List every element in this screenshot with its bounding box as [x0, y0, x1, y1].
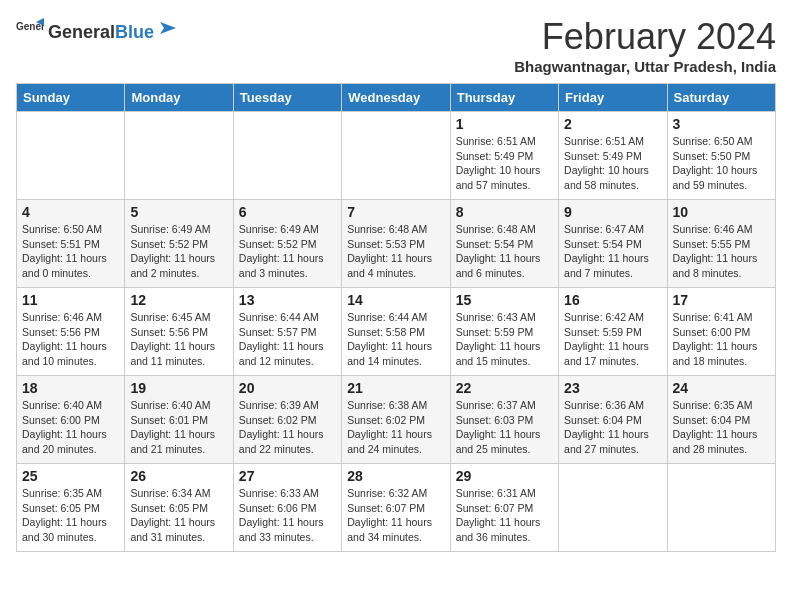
logo-blue: Blue: [115, 22, 154, 43]
empty-cell: [342, 112, 450, 200]
day-info: Sunrise: 6:48 AM Sunset: 5:54 PM Dayligh…: [456, 222, 553, 281]
day-cell-5: 5Sunrise: 6:49 AM Sunset: 5:52 PM Daylig…: [125, 200, 233, 288]
day-info: Sunrise: 6:44 AM Sunset: 5:57 PM Dayligh…: [239, 310, 336, 369]
day-info: Sunrise: 6:34 AM Sunset: 6:05 PM Dayligh…: [130, 486, 227, 545]
calendar-table: SundayMondayTuesdayWednesdayThursdayFrid…: [16, 83, 776, 552]
day-info: Sunrise: 6:47 AM Sunset: 5:54 PM Dayligh…: [564, 222, 661, 281]
day-number: 26: [130, 468, 227, 484]
day-number: 5: [130, 204, 227, 220]
day-info: Sunrise: 6:40 AM Sunset: 6:01 PM Dayligh…: [130, 398, 227, 457]
day-info: Sunrise: 6:49 AM Sunset: 5:52 PM Dayligh…: [130, 222, 227, 281]
day-cell-20: 20Sunrise: 6:39 AM Sunset: 6:02 PM Dayli…: [233, 376, 341, 464]
week-row-4: 18Sunrise: 6:40 AM Sunset: 6:00 PM Dayli…: [17, 376, 776, 464]
day-number: 10: [673, 204, 770, 220]
day-cell-18: 18Sunrise: 6:40 AM Sunset: 6:00 PM Dayli…: [17, 376, 125, 464]
day-cell-7: 7Sunrise: 6:48 AM Sunset: 5:53 PM Daylig…: [342, 200, 450, 288]
day-info: Sunrise: 6:43 AM Sunset: 5:59 PM Dayligh…: [456, 310, 553, 369]
weekday-header-row: SundayMondayTuesdayWednesdayThursdayFrid…: [17, 84, 776, 112]
weekday-header-saturday: Saturday: [667, 84, 775, 112]
day-cell-17: 17Sunrise: 6:41 AM Sunset: 6:00 PM Dayli…: [667, 288, 775, 376]
day-cell-16: 16Sunrise: 6:42 AM Sunset: 5:59 PM Dayli…: [559, 288, 667, 376]
day-number: 4: [22, 204, 119, 220]
day-number: 20: [239, 380, 336, 396]
title-area: February 2024 Bhagwantnagar, Uttar Prade…: [514, 16, 776, 75]
day-cell-11: 11Sunrise: 6:46 AM Sunset: 5:56 PM Dayli…: [17, 288, 125, 376]
day-number: 14: [347, 292, 444, 308]
day-cell-8: 8Sunrise: 6:48 AM Sunset: 5:54 PM Daylig…: [450, 200, 558, 288]
day-cell-27: 27Sunrise: 6:33 AM Sunset: 6:06 PM Dayli…: [233, 464, 341, 552]
day-cell-10: 10Sunrise: 6:46 AM Sunset: 5:55 PM Dayli…: [667, 200, 775, 288]
day-number: 8: [456, 204, 553, 220]
day-info: Sunrise: 6:46 AM Sunset: 5:56 PM Dayligh…: [22, 310, 119, 369]
calendar-title: February 2024: [514, 16, 776, 58]
day-number: 18: [22, 380, 119, 396]
svg-marker-2: [160, 22, 176, 34]
week-row-3: 11Sunrise: 6:46 AM Sunset: 5:56 PM Dayli…: [17, 288, 776, 376]
week-row-1: 1Sunrise: 6:51 AM Sunset: 5:49 PM Daylig…: [17, 112, 776, 200]
day-info: Sunrise: 6:44 AM Sunset: 5:58 PM Dayligh…: [347, 310, 444, 369]
day-info: Sunrise: 6:35 AM Sunset: 6:04 PM Dayligh…: [673, 398, 770, 457]
empty-cell: [17, 112, 125, 200]
empty-cell: [233, 112, 341, 200]
day-cell-24: 24Sunrise: 6:35 AM Sunset: 6:04 PM Dayli…: [667, 376, 775, 464]
day-number: 22: [456, 380, 553, 396]
weekday-header-monday: Monday: [125, 84, 233, 112]
empty-cell: [559, 464, 667, 552]
day-info: Sunrise: 6:48 AM Sunset: 5:53 PM Dayligh…: [347, 222, 444, 281]
day-info: Sunrise: 6:45 AM Sunset: 5:56 PM Dayligh…: [130, 310, 227, 369]
day-info: Sunrise: 6:51 AM Sunset: 5:49 PM Dayligh…: [564, 134, 661, 193]
day-cell-6: 6Sunrise: 6:49 AM Sunset: 5:52 PM Daylig…: [233, 200, 341, 288]
day-cell-25: 25Sunrise: 6:35 AM Sunset: 6:05 PM Dayli…: [17, 464, 125, 552]
day-info: Sunrise: 6:35 AM Sunset: 6:05 PM Dayligh…: [22, 486, 119, 545]
day-number: 13: [239, 292, 336, 308]
day-info: Sunrise: 6:38 AM Sunset: 6:02 PM Dayligh…: [347, 398, 444, 457]
day-info: Sunrise: 6:33 AM Sunset: 6:06 PM Dayligh…: [239, 486, 336, 545]
day-info: Sunrise: 6:42 AM Sunset: 5:59 PM Dayligh…: [564, 310, 661, 369]
day-number: 27: [239, 468, 336, 484]
day-cell-23: 23Sunrise: 6:36 AM Sunset: 6:04 PM Dayli…: [559, 376, 667, 464]
day-cell-28: 28Sunrise: 6:32 AM Sunset: 6:07 PM Dayli…: [342, 464, 450, 552]
day-cell-19: 19Sunrise: 6:40 AM Sunset: 6:01 PM Dayli…: [125, 376, 233, 464]
day-number: 19: [130, 380, 227, 396]
logo-icon: General: [16, 16, 44, 44]
day-info: Sunrise: 6:50 AM Sunset: 5:50 PM Dayligh…: [673, 134, 770, 193]
day-number: 28: [347, 468, 444, 484]
day-number: 23: [564, 380, 661, 396]
day-number: 7: [347, 204, 444, 220]
day-number: 6: [239, 204, 336, 220]
day-info: Sunrise: 6:36 AM Sunset: 6:04 PM Dayligh…: [564, 398, 661, 457]
day-info: Sunrise: 6:50 AM Sunset: 5:51 PM Dayligh…: [22, 222, 119, 281]
empty-cell: [125, 112, 233, 200]
day-info: Sunrise: 6:40 AM Sunset: 6:00 PM Dayligh…: [22, 398, 119, 457]
day-number: 2: [564, 116, 661, 132]
day-number: 17: [673, 292, 770, 308]
day-number: 29: [456, 468, 553, 484]
weekday-header-friday: Friday: [559, 84, 667, 112]
day-info: Sunrise: 6:46 AM Sunset: 5:55 PM Dayligh…: [673, 222, 770, 281]
day-info: Sunrise: 6:41 AM Sunset: 6:00 PM Dayligh…: [673, 310, 770, 369]
day-cell-9: 9Sunrise: 6:47 AM Sunset: 5:54 PM Daylig…: [559, 200, 667, 288]
weekday-header-tuesday: Tuesday: [233, 84, 341, 112]
day-number: 3: [673, 116, 770, 132]
logo: General GeneralBlue: [16, 16, 176, 44]
day-info: Sunrise: 6:32 AM Sunset: 6:07 PM Dayligh…: [347, 486, 444, 545]
day-cell-29: 29Sunrise: 6:31 AM Sunset: 6:07 PM Dayli…: [450, 464, 558, 552]
day-cell-15: 15Sunrise: 6:43 AM Sunset: 5:59 PM Dayli…: [450, 288, 558, 376]
day-number: 21: [347, 380, 444, 396]
day-cell-21: 21Sunrise: 6:38 AM Sunset: 6:02 PM Dayli…: [342, 376, 450, 464]
day-info: Sunrise: 6:39 AM Sunset: 6:02 PM Dayligh…: [239, 398, 336, 457]
day-number: 1: [456, 116, 553, 132]
day-info: Sunrise: 6:49 AM Sunset: 5:52 PM Dayligh…: [239, 222, 336, 281]
calendar-subtitle: Bhagwantnagar, Uttar Pradesh, India: [514, 58, 776, 75]
weekday-header-sunday: Sunday: [17, 84, 125, 112]
logo-general: General: [48, 22, 115, 43]
day-cell-26: 26Sunrise: 6:34 AM Sunset: 6:05 PM Dayli…: [125, 464, 233, 552]
week-row-5: 25Sunrise: 6:35 AM Sunset: 6:05 PM Dayli…: [17, 464, 776, 552]
weekday-header-thursday: Thursday: [450, 84, 558, 112]
day-info: Sunrise: 6:37 AM Sunset: 6:03 PM Dayligh…: [456, 398, 553, 457]
day-number: 11: [22, 292, 119, 308]
day-cell-2: 2Sunrise: 6:51 AM Sunset: 5:49 PM Daylig…: [559, 112, 667, 200]
week-row-2: 4Sunrise: 6:50 AM Sunset: 5:51 PM Daylig…: [17, 200, 776, 288]
day-cell-13: 13Sunrise: 6:44 AM Sunset: 5:57 PM Dayli…: [233, 288, 341, 376]
day-number: 15: [456, 292, 553, 308]
